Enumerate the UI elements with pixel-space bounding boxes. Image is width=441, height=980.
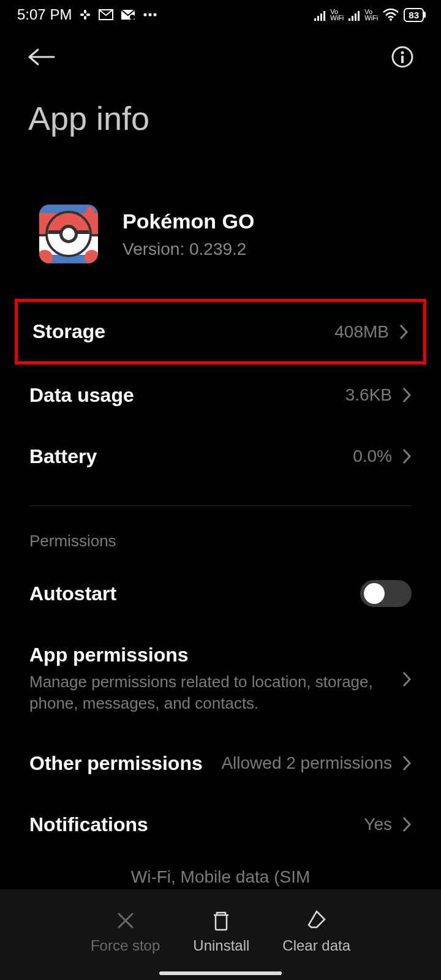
app-meta: Pokémon GO Version: 0.239.2 [123, 209, 254, 259]
notifications-label: Notifications [29, 813, 148, 836]
app-permissions-row[interactable]: App permissions Manage permissions relat… [0, 625, 441, 733]
svg-rect-11 [317, 16, 319, 21]
status-time: 5:07 PM [17, 6, 72, 23]
data-usage-row[interactable]: Data usage 3.6KB [0, 364, 441, 426]
force-stop-button[interactable]: Force stop [91, 909, 160, 954]
info-icon [391, 45, 414, 69]
notifications-value: Yes [364, 815, 392, 834]
notifications-row[interactable]: Notifications Yes [0, 794, 441, 855]
vowifi-label-1: VoWiFi [330, 9, 344, 21]
svg-rect-1 [86, 13, 90, 16]
svg-rect-0 [80, 13, 84, 16]
toggle-knob [364, 583, 385, 604]
header [0, 27, 441, 77]
battery-value: 0.0% [353, 447, 392, 466]
svg-rect-2 [84, 10, 86, 13]
gmail-icon [99, 9, 113, 20]
chevron-right-icon [402, 448, 412, 465]
storage-row[interactable]: Storage 408MB [15, 299, 426, 364]
page-title: App info [0, 77, 441, 137]
more-icon [143, 12, 157, 17]
battery-row[interactable]: Battery 0.0% [0, 426, 441, 487]
battery-label: Battery [29, 445, 97, 468]
autostart-label: Autostart [29, 582, 116, 605]
wifi-icon [383, 9, 399, 21]
svg-rect-13 [323, 11, 325, 21]
autostart-toggle[interactable] [360, 580, 412, 607]
svg-point-6 [130, 15, 135, 20]
back-button[interactable] [27, 48, 55, 69]
partial-network-row: Wi-Fi, Mobile data (SIM [0, 855, 441, 887]
svg-point-7 [144, 13, 147, 17]
chevron-right-icon [402, 386, 412, 404]
other-permissions-row[interactable]: Other permissions Allowed 2 permissions [0, 733, 441, 794]
svg-point-20 [401, 51, 404, 55]
svg-rect-3 [84, 16, 86, 20]
storage-value: 408MB [334, 322, 389, 342]
app-version: Version: 0.239.2 [123, 239, 254, 259]
data-usage-value: 3.6KB [345, 385, 392, 405]
svg-rect-12 [320, 13, 322, 21]
other-permissions-value: Allowed 2 permissions [221, 753, 392, 773]
app-name: Pokémon GO [123, 209, 254, 233]
signal-icon-2: VoWiFi [349, 9, 378, 21]
battery-icon: 83 [404, 8, 424, 22]
eraser-icon [305, 909, 328, 932]
divider [29, 505, 412, 506]
outlook-icon [121, 9, 135, 20]
svg-rect-17 [358, 11, 360, 21]
storage-label: Storage [32, 320, 105, 343]
chevron-right-icon [402, 816, 412, 833]
battery-level: 83 [409, 10, 419, 20]
back-arrow-icon [27, 48, 55, 66]
chevron-right-icon [399, 323, 409, 341]
app-identity: Pokémon GO Version: 0.239.2 [0, 137, 441, 263]
status-bar: 5:07 PM VoWiFi VoWiFi 83 [0, 0, 441, 27]
signal-icon-1: VoWiFi [314, 9, 344, 21]
autostart-row[interactable]: Autostart [0, 562, 441, 625]
trash-icon [209, 909, 233, 932]
svg-rect-10 [314, 18, 316, 21]
svg-rect-16 [355, 13, 356, 21]
permissions-section-label: Permissions [0, 524, 441, 562]
other-permissions-label: Other permissions [29, 752, 203, 775]
close-icon [114, 909, 137, 932]
svg-point-18 [390, 18, 392, 21]
info-button[interactable] [391, 45, 414, 71]
app-permissions-sub: Manage permissions related to location, … [29, 671, 390, 714]
app-permissions-label: App permissions [29, 644, 390, 666]
status-right: VoWiFi VoWiFi 83 [314, 8, 424, 22]
data-usage-label: Data usage [29, 384, 134, 407]
status-left: 5:07 PM [17, 6, 157, 23]
chevron-right-icon [402, 671, 412, 688]
svg-point-9 [154, 13, 157, 17]
settings-list: Storage 408MB Data usage 3.6KB Battery 0… [0, 263, 441, 887]
vowifi-label-2: VoWiFi [364, 9, 378, 21]
svg-rect-21 [401, 56, 404, 63]
bottom-bar: Force stop Uninstall Clear data [0, 889, 441, 980]
uninstall-button[interactable]: Uninstall [193, 909, 249, 954]
slack-icon [79, 9, 91, 21]
home-indicator[interactable] [159, 971, 282, 975]
app-icon [39, 205, 98, 263]
force-stop-label: Force stop [91, 937, 160, 954]
svg-rect-15 [352, 16, 353, 21]
svg-rect-14 [349, 18, 350, 21]
uninstall-label: Uninstall [193, 937, 249, 954]
svg-point-8 [149, 13, 152, 17]
clear-data-button[interactable]: Clear data [282, 909, 350, 954]
clear-data-label: Clear data [282, 937, 350, 954]
chevron-right-icon [402, 755, 412, 772]
